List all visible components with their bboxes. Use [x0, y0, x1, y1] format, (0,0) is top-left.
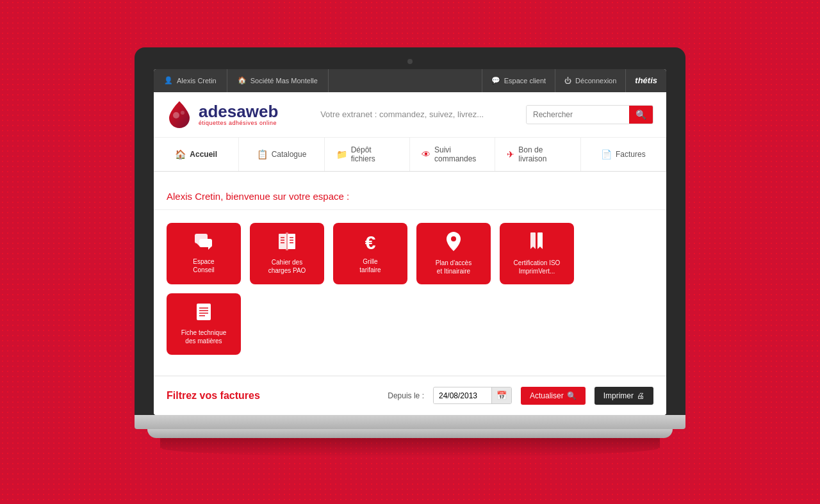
nav-tabs: 🏠 Accueil 📋 Catalogue 📁 Dépôt fichiers 👁… — [154, 138, 666, 172]
chat-bubble-icon — [194, 233, 213, 252]
tab-catalogue-label: Catalogue — [272, 150, 307, 159]
logo-area: adesaweb étiquettes adhésives online — [167, 100, 278, 129]
card-certification-iso-label: Certification ISOImprimVert... — [514, 259, 561, 275]
svg-point-0 — [173, 112, 179, 118]
filter-title: Filtrez vos factures — [167, 390, 379, 402]
laptop-frame: 👤 Alexis Cretin 🏠 Société Mas Montelle 💬… — [135, 47, 685, 457]
svg-rect-4 — [199, 239, 212, 247]
screen: 👤 Alexis Cretin 🏠 Société Mas Montelle 💬… — [154, 69, 666, 415]
svg-rect-6 — [279, 234, 286, 249]
deconnexion-button[interactable]: ⏻ Déconnexion — [555, 69, 625, 92]
svg-marker-5 — [208, 247, 211, 250]
svg-rect-20 — [197, 304, 211, 320]
svg-point-15 — [451, 236, 456, 241]
cards-section: EspaceConseil — [154, 210, 666, 368]
company-menu-item[interactable]: 🏠 Société Mas Montelle — [227, 69, 329, 92]
tab-accueil[interactable]: 🏠 Accueil — [154, 138, 239, 171]
card-grille-tarifaire[interactable]: € Grilletarifaire — [333, 223, 407, 284]
welcome-banner: Alexis Cretin, bienvenue sur votre espac… — [154, 179, 666, 210]
actualiser-label: Actualiser — [530, 391, 564, 400]
tab-depot-label: Dépôt fichiers — [351, 145, 398, 163]
card-fiche-technique-label: Fiche techniquedes matières — [181, 329, 227, 345]
top-bar-right: 💬 Espace client ⏻ Déconnexion thétis — [482, 69, 666, 92]
site-header: adesaweb étiquettes adhésives online Vot… — [154, 92, 666, 138]
tab-bon-label: Bon de livraison — [518, 145, 568, 163]
filter-since-label: Depuis le : — [388, 391, 424, 400]
welcome-text: Alexis Cretin, bienvenue sur votre espac… — [167, 191, 653, 202]
tab-accueil-label: Accueil — [190, 150, 217, 159]
tab-factures-label: Factures — [616, 150, 646, 159]
tagline: Votre extranet : commandez, suivez, livr… — [278, 110, 526, 119]
top-bar: 👤 Alexis Cretin 🏠 Société Mas Montelle 💬… — [154, 69, 666, 92]
card-plan-acces-label: Plan d'accèset Itinairaire — [436, 259, 472, 275]
card-certification-iso[interactable]: Certification ISOImprimVert... — [500, 223, 574, 284]
espace-client-button[interactable]: 💬 Espace client — [482, 69, 555, 92]
laptop-base — [147, 429, 673, 438]
search-filter-icon: 🔍 — [567, 391, 577, 400]
tab-suivi[interactable]: 👁 Suivi commandes — [410, 138, 495, 171]
thetis-logo: thétis — [625, 69, 666, 92]
card-plan-acces[interactable]: Plan d'accèset Itinairaire — [416, 223, 491, 284]
tab-depot[interactable]: 📁 Dépôt fichiers — [325, 138, 410, 171]
logo-subtitle: étiquettes adhésives online — [199, 120, 278, 126]
laptop-bottom — [135, 415, 685, 429]
card-fiche-technique[interactable]: Fiche techniquedes matières — [167, 293, 241, 355]
home-icon: 🏠 — [238, 76, 247, 85]
filter-date-wrap: 📅 — [433, 387, 512, 404]
camera — [407, 59, 413, 64]
search-button[interactable]: 🔍 — [629, 106, 653, 124]
svg-rect-8 — [286, 232, 288, 250]
depot-tab-icon: 📁 — [336, 149, 347, 159]
laptop-shadow — [160, 438, 660, 457]
document-list-icon — [196, 303, 211, 323]
imprimer-label: Imprimer — [603, 391, 634, 400]
imprimer-button[interactable]: Imprimer 🖨 — [594, 387, 653, 405]
filter-date-input[interactable] — [434, 388, 491, 403]
book-icon — [277, 232, 297, 253]
bon-tab-icon: ✈ — [507, 149, 514, 159]
tab-catalogue[interactable]: 📋 Catalogue — [239, 138, 324, 171]
card-cahier-charges[interactable]: Cahier descharges PAO — [250, 223, 324, 284]
screen-bezel: 👤 Alexis Cretin 🏠 Société Mas Montelle 💬… — [135, 47, 685, 415]
top-bar-left: 👤 Alexis Cretin 🏠 Société Mas Montelle — [154, 69, 329, 92]
location-pin-icon — [446, 232, 461, 254]
chat-icon: 💬 — [491, 76, 500, 85]
filter-section: Filtrez vos factures Depuis le : 📅 Actua… — [154, 375, 666, 415]
espace-label: Espace client — [504, 77, 546, 85]
logo-text: adesaweb étiquettes adhésives online — [199, 103, 278, 126]
deconnexion-label: Déconnexion — [575, 77, 616, 85]
tab-suivi-label: Suivi commandes — [434, 145, 483, 163]
user-name-label: Alexis Cretin — [177, 77, 217, 85]
page-wrapper: Alexis Cretin, bienvenue sur votre espac… — [154, 179, 666, 368]
card-espace-conseil-label: EspaceConseil — [193, 257, 214, 274]
calendar-button[interactable]: 📅 — [491, 387, 511, 403]
card-espace-conseil[interactable]: EspaceConseil — [167, 223, 241, 284]
user-icon: 👤 — [164, 76, 173, 85]
search-input[interactable] — [527, 106, 629, 123]
print-icon: 🖨 — [637, 391, 644, 400]
tab-factures[interactable]: 📄 Factures — [581, 138, 666, 171]
search-bar: 🔍 — [526, 105, 653, 124]
company-name-label: Société Mas Montelle — [250, 77, 318, 85]
user-menu-item[interactable]: 👤 Alexis Cretin — [154, 69, 227, 92]
euro-icon: € — [365, 233, 376, 252]
card-grille-tarifaire-label: Grilletarifaire — [359, 257, 381, 274]
actualiser-button[interactable]: Actualiser 🔍 — [521, 387, 586, 405]
logo-drop-icon — [167, 100, 192, 129]
logo-name: adesaweb — [199, 103, 278, 120]
svg-point-1 — [181, 111, 184, 115]
power-icon: ⏻ — [564, 77, 571, 85]
factures-tab-icon: 📄 — [601, 149, 612, 159]
catalogue-tab-icon: 📋 — [257, 149, 268, 159]
svg-rect-7 — [288, 234, 295, 249]
suivi-tab-icon: 👁 — [422, 149, 430, 159]
home-tab-icon: 🏠 — [175, 149, 186, 159]
tab-bon[interactable]: ✈ Bon de livraison — [495, 138, 580, 171]
card-cahier-charges-label: Cahier descharges PAO — [268, 258, 306, 275]
bookmark-icon — [530, 232, 544, 254]
svg-marker-3 — [197, 243, 199, 246]
